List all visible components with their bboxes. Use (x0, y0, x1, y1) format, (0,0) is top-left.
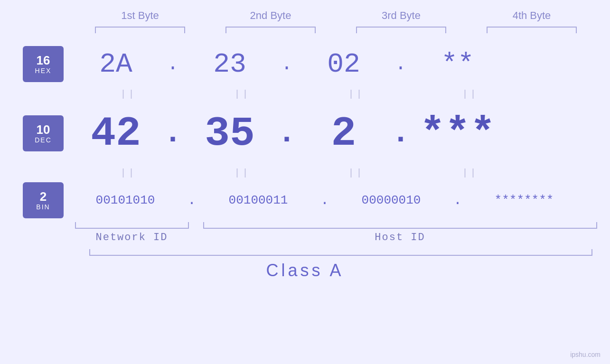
bracket-byte-1 (95, 27, 185, 33)
dec-badge: 10 DEC (23, 115, 64, 151)
dec-val-2: 35 (187, 110, 272, 157)
hex-badge-label: HEX (35, 67, 52, 75)
bracket-host (203, 222, 597, 229)
hex-dot-2: . (272, 54, 301, 75)
byte-header-4: 4th Byte (479, 9, 584, 22)
top-brackets (75, 27, 597, 33)
main-container: 1st Byte 2nd Byte 3rd Byte 4th Byte 16 H… (0, 0, 610, 364)
byte-headers: 1st Byte 2nd Byte 3rd Byte 4th Byte (75, 9, 597, 22)
eq-1-3: || (314, 89, 399, 100)
bin-values: 00101010 . 00100011 . 00000010 . *******… (64, 192, 610, 208)
dec-values: 42 . 35 . 2 . *** (64, 110, 610, 157)
equals-row-2: || || || || (86, 164, 608, 181)
hex-badge-number: 16 (37, 54, 50, 67)
eq-2-2: || (200, 168, 285, 178)
bin-val-1: 00101010 (73, 193, 178, 207)
hex-badge: 16 HEX (23, 46, 64, 82)
watermark: ipshu.com (570, 351, 601, 358)
byte-header-1: 1st Byte (88, 9, 192, 22)
hex-values: 2A . 23 . 02 . ** (64, 49, 610, 80)
dec-dot-3: . (386, 116, 415, 151)
host-id-label: Host ID (203, 232, 597, 243)
bracket-network (75, 222, 189, 229)
id-labels-row: Network ID Host ID (75, 232, 597, 243)
dec-val-1: 42 (73, 110, 159, 157)
bin-badge-number: 2 (40, 190, 47, 204)
hex-val-1: 2A (73, 49, 159, 80)
eq-1-1: || (86, 89, 171, 100)
hex-val-4: ** (415, 49, 500, 80)
eq-2-4: || (428, 168, 513, 178)
bin-dot-2: . (310, 192, 339, 208)
dec-row: 10 DEC 42 . 35 . 2 . *** (0, 103, 610, 164)
dec-val-4: *** (415, 110, 500, 157)
eq-1-4: || (428, 89, 513, 100)
eq-1-2: || (200, 89, 285, 100)
bin-val-2: 00100011 (206, 193, 310, 207)
hex-val-2: 23 (187, 49, 272, 80)
full-bottom-bracket (89, 249, 592, 256)
bin-dot-1: . (178, 192, 206, 208)
bracket-byte-2 (225, 27, 316, 33)
hex-row: 16 HEX 2A . 23 . 02 . ** (0, 43, 610, 85)
hex-val-3: 02 (301, 49, 386, 80)
bracket-byte-4 (487, 27, 577, 33)
bin-dot-3: . (443, 192, 472, 208)
bin-badge-label: BIN (36, 203, 50, 211)
network-id-label: Network ID (75, 232, 189, 243)
byte-header-3: 3rd Byte (349, 9, 453, 22)
dec-dot-1: . (159, 116, 187, 151)
bin-row: 2 BIN 00101010 . 00100011 . 00000010 . *… (0, 181, 610, 219)
dec-badge-number: 10 (37, 123, 50, 137)
dec-val-3: 2 (301, 110, 386, 157)
eq-2-1: || (86, 168, 171, 178)
equals-row-1: || || || || (86, 85, 608, 103)
hex-dot-3: . (386, 54, 415, 75)
byte-header-2: 2nd Byte (218, 9, 323, 22)
dec-badge-label: DEC (35, 136, 52, 144)
bin-val-4: ******** (472, 193, 576, 207)
eq-2-3: || (314, 168, 399, 178)
hex-dot-1: . (159, 54, 187, 75)
bin-badge: 2 BIN (23, 182, 64, 218)
bracket-byte-3 (356, 27, 446, 33)
bin-val-3: 00000010 (339, 193, 443, 207)
dec-dot-2: . (272, 116, 301, 151)
class-label: Class A (44, 261, 566, 280)
bottom-brackets-row (75, 222, 597, 229)
